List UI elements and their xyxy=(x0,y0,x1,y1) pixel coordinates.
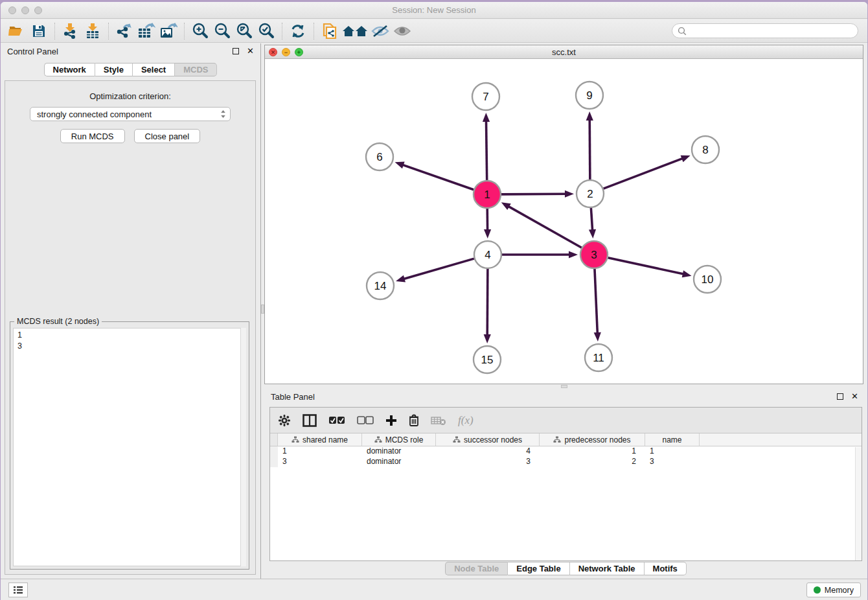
column-header-predecessor-nodes[interactable]: predecessor nodes xyxy=(540,433,645,446)
memory-status-icon xyxy=(814,586,821,594)
graph-edge[interactable] xyxy=(591,208,592,231)
network-overview-button[interactable] xyxy=(319,21,341,41)
delete-table-button[interactable] xyxy=(431,415,446,426)
table-tabs: Node TableEdge TableNetwork TableMotifs xyxy=(264,562,867,575)
graph-edge[interactable] xyxy=(507,206,581,248)
zoom-out-button[interactable] xyxy=(211,21,233,41)
cell-MCDS-role[interactable]: dominator xyxy=(362,457,436,467)
graph-edge-arrowhead xyxy=(484,229,491,238)
cell-shared-name[interactable]: 1 xyxy=(278,446,362,457)
table-tab-edge-table[interactable]: Edge Table xyxy=(508,562,569,575)
zoom-fit-button[interactable] xyxy=(233,21,255,41)
column-header-shared-name[interactable]: shared name xyxy=(278,433,362,446)
network-canvas[interactable]: 7968124314101511 xyxy=(265,59,864,384)
result-line: 1 xyxy=(17,330,246,341)
graph-edge[interactable] xyxy=(487,269,488,336)
float-panel-icon[interactable] xyxy=(233,48,239,54)
close-panel-icon[interactable]: ✕ xyxy=(247,48,254,54)
export-network-button[interactable] xyxy=(113,21,135,41)
refresh-view-button[interactable] xyxy=(287,21,309,41)
table-tab-network-table[interactable]: Network Table xyxy=(570,562,645,575)
task-history-button[interactable] xyxy=(8,583,28,597)
table-row[interactable]: 1dominator411 xyxy=(270,446,862,457)
optimization-criterion-label: Optimization criterion: xyxy=(5,91,255,101)
export-image-button[interactable] xyxy=(157,21,179,41)
cell-successor-nodes[interactable]: 4 xyxy=(436,446,540,457)
cell-shared-name[interactable]: 3 xyxy=(278,457,362,467)
toolbar-separator xyxy=(108,23,109,40)
graph-edge[interactable] xyxy=(403,259,474,279)
add-column-button[interactable] xyxy=(385,415,397,426)
unchecked-boxes-icon xyxy=(357,416,374,425)
close-panel-icon[interactable]: ✕ xyxy=(851,393,858,400)
graph-edge[interactable] xyxy=(486,120,486,180)
column-header-name[interactable]: name xyxy=(645,433,700,446)
show-columns-button[interactable] xyxy=(303,414,317,427)
float-panel-icon[interactable] xyxy=(837,393,843,400)
show-all-button[interactable] xyxy=(391,21,413,41)
graph-edge-arrowhead xyxy=(565,190,574,198)
table-tab-motifs[interactable]: Motifs xyxy=(645,562,687,575)
table-body: 1dominator4113dominator323 xyxy=(270,446,862,467)
horizontal-splitter[interactable] xyxy=(264,384,867,389)
cell-predecessor-nodes[interactable]: 1 xyxy=(540,446,645,457)
row-header-gutter xyxy=(270,433,278,446)
import-table-button[interactable] xyxy=(82,21,104,41)
table-settings-button[interactable] xyxy=(278,414,291,427)
delete-column-button[interactable] xyxy=(409,414,419,426)
export-table-button[interactable] xyxy=(135,21,157,41)
search-input[interactable] xyxy=(689,27,851,36)
mcds-result-title: MCDS result (2 nodes) xyxy=(14,317,102,326)
status-bar: Memory xyxy=(1,579,867,600)
graph-edge[interactable] xyxy=(402,165,474,190)
tab-select[interactable]: Select xyxy=(133,63,175,76)
tab-style[interactable]: Style xyxy=(95,63,133,76)
graph-edge[interactable] xyxy=(604,158,684,189)
hide-selected-button[interactable] xyxy=(369,21,391,41)
graph-edge[interactable] xyxy=(501,194,567,194)
graph-edge-arrowhead xyxy=(483,113,490,122)
result-scrollbar[interactable] xyxy=(240,328,246,566)
cell-successor-nodes[interactable]: 3 xyxy=(436,457,540,467)
cell-name[interactable]: 1 xyxy=(645,446,700,457)
zoom-selected-button[interactable] xyxy=(255,21,277,41)
deselect-all-button[interactable] xyxy=(357,416,374,425)
zoom-in-button[interactable] xyxy=(189,21,211,41)
home-layout-button[interactable] xyxy=(341,21,369,41)
column-type-icon xyxy=(453,436,461,443)
import-network-button[interactable] xyxy=(60,21,82,41)
tab-mcds[interactable]: MCDS xyxy=(175,63,217,76)
table-row[interactable]: 3dominator323 xyxy=(270,457,862,467)
network-window-titlebar[interactable]: ✕ − + scc.txt xyxy=(265,45,863,59)
table-tab-node-table[interactable]: Node Table xyxy=(445,562,508,575)
cell-name[interactable]: 3 xyxy=(645,457,700,467)
save-session-button[interactable] xyxy=(28,21,50,41)
graph-node-label: 2 xyxy=(587,188,593,200)
toolbar-separator xyxy=(314,23,314,40)
graph-edge[interactable] xyxy=(608,258,684,275)
run-mcds-button[interactable]: Run MCDS xyxy=(60,129,125,143)
tab-network[interactable]: Network xyxy=(44,63,95,76)
column-header-MCDS-role[interactable]: MCDS role xyxy=(362,433,436,446)
open-session-button[interactable] xyxy=(6,21,28,41)
cell-predecessor-nodes[interactable]: 2 xyxy=(540,457,645,467)
table-panel: Table Panel ✕ xyxy=(264,389,867,579)
graph-node-label: 1 xyxy=(484,189,490,201)
export-image-icon xyxy=(159,23,177,40)
memory-button[interactable]: Memory xyxy=(806,583,861,597)
delete-table-icon xyxy=(431,415,446,426)
select-all-button[interactable] xyxy=(328,416,345,425)
criterion-dropdown[interactable]: strongly connected component xyxy=(30,107,231,121)
cell-MCDS-role[interactable]: dominator xyxy=(362,446,436,457)
splitter-grip[interactable] xyxy=(561,385,567,388)
graph-edge[interactable] xyxy=(589,119,590,179)
close-panel-button[interactable]: Close panel xyxy=(134,129,201,143)
graph-edge-arrowhead xyxy=(589,229,596,238)
graph-edge[interactable] xyxy=(595,269,597,334)
main-toolbar xyxy=(1,19,867,43)
search-box[interactable] xyxy=(672,23,858,38)
column-header-successor-nodes[interactable]: successor nodes xyxy=(436,433,540,446)
table-scrollbar[interactable] xyxy=(855,447,862,560)
mcds-result-list[interactable]: 13 xyxy=(13,328,246,566)
function-builder-button[interactable]: f(x) xyxy=(458,414,474,427)
